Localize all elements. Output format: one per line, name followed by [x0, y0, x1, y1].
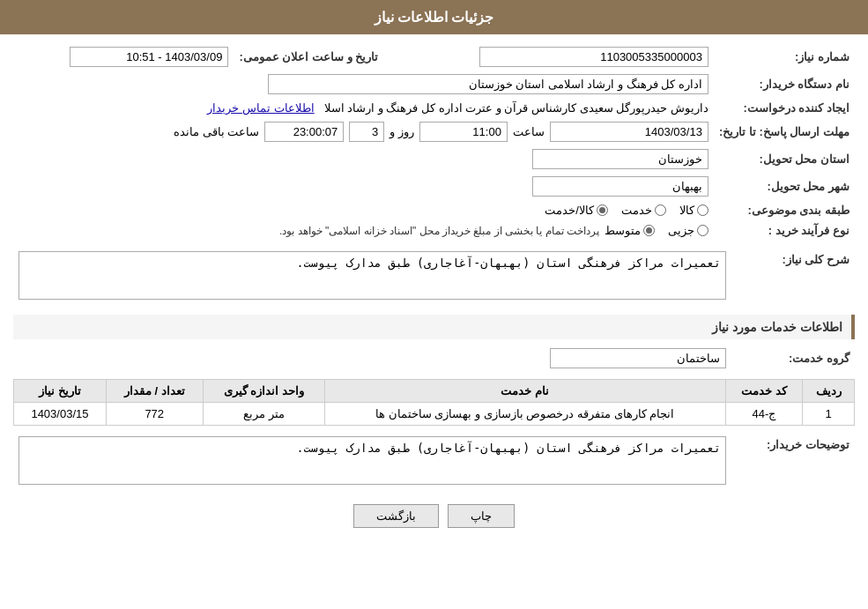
cell-kod: ج-44: [725, 403, 803, 426]
col-tedad: تعداد / مقدار: [106, 380, 203, 403]
cell-tarikh: 1403/03/15: [14, 403, 107, 426]
tawzih-table: توضیحات خریدار:: [13, 433, 855, 491]
tabaqe-radio-group: کالا خدمت کالا/خدمت: [19, 204, 708, 217]
noe-note: پرداخت تمام یا بخشی از مبلغ خریداز محل "…: [279, 225, 599, 237]
print-button[interactable]: چاپ: [448, 504, 515, 528]
radio-mota[interactable]: متوسط: [605, 224, 655, 237]
tawzih-textarea[interactable]: [19, 436, 726, 485]
contact-link[interactable]: اطلاعات تماس خریدار: [207, 101, 314, 115]
khadamat-section-title: اطلاعات خدمات مورد نیاز: [13, 315, 855, 339]
radio-jozi-circle: [697, 225, 708, 236]
services-table: ردیف کد خدمت نام خدمت واحد اندازه گیری ت…: [13, 379, 855, 426]
mohlat-roz-box: 3: [349, 122, 384, 142]
row-shahr: شهر محل تحویل: بهبهان: [13, 173, 855, 200]
page-title: جزئیات اطلاعات نیاز: [375, 10, 494, 25]
mohlat-roz-label: روز و: [389, 125, 414, 138]
ijad-value: داریوش حیدرپورگل سعیدی کارشناس قرآن و عت…: [13, 98, 714, 118]
mohlat-remaining-box: 23:00:07: [264, 122, 344, 142]
table-header-row: ردیف کد خدمت نام خدمت واحد اندازه گیری ت…: [14, 380, 855, 403]
row-dastgah: نام دستگاه خریدار: اداره کل فرهنگ و ارشا…: [13, 71, 855, 98]
mohlat-date-box: 1403/03/13: [550, 122, 708, 142]
col-kod: کد خدمت: [725, 380, 803, 403]
radio-jozi-label: جزیی: [668, 224, 694, 237]
ostan-value: خوزستان: [13, 145, 714, 173]
row-ostan: استان محل تحویل: خوزستان: [13, 145, 855, 173]
radio-khedmat[interactable]: خدمت: [621, 204, 666, 217]
tabaqe-label: طبقه بندی موضوعی:: [714, 200, 855, 220]
radio-kala-label: کالا: [679, 204, 694, 217]
cell-nam: انجام کارهای متفرقه درخصوص بازسازی و بهس…: [324, 403, 725, 426]
shahr-label: شهر محل تحویل:: [714, 173, 855, 200]
tabaqe-value: کالا خدمت کالا/خدمت: [13, 200, 714, 220]
noe-label: نوع فرآیند خرید :: [714, 220, 855, 241]
row-grooh: گروه خدمت: ساختمان: [13, 345, 855, 372]
grooh-table: گروه خدمت: ساختمان: [13, 345, 855, 372]
radio-kala-khedmat-label: کالا/خدمت: [545, 204, 594, 217]
main-content: شماره نیاز: 1103005335000003 تاریخ و ساع…: [0, 34, 868, 550]
grooh-label: گروه خدمت:: [731, 345, 855, 372]
col-vahed: واحد اندازه گیری: [203, 380, 324, 403]
col-radif: ردیف: [803, 380, 855, 403]
back-button[interactable]: بازگشت: [353, 504, 439, 528]
noe-row: جزیی متوسط پرداخت تمام یا بخشی از مبلغ خ…: [19, 224, 708, 237]
tawzih-value: [13, 433, 731, 491]
mohlat-label: مهلت ارسال پاسخ: تا تاریخ:: [714, 118, 855, 145]
tawzih-label: توضیحات خریدار:: [731, 433, 855, 491]
col-tarikh: تاریخ نیاز: [14, 380, 107, 403]
table-row: 1 ج-44 انجام کارهای متفرقه درخصوص بازساز…: [14, 403, 855, 426]
sharh-label: شرح کلی نیاز:: [731, 248, 855, 306]
mohlat-value: 1403/03/13 ساعت 11:00 روز و 3 23:00:07 س…: [13, 118, 714, 145]
taarikh-box: 1403/03/09 - 10:51: [70, 47, 228, 67]
radio-jozi[interactable]: جزیی: [668, 224, 708, 237]
row-noe-farayand: نوع فرآیند خرید : جزیی متوسط: [13, 220, 855, 241]
mohlat-time-label: ساعت: [513, 125, 545, 138]
radio-khedmat-label: خدمت: [621, 204, 652, 217]
row-tabaqe: طبقه بندی موضوعی: کالا خدمت: [13, 200, 855, 220]
grooh-value: ساختمان: [13, 345, 731, 372]
cell-tedad: 772: [106, 403, 203, 426]
col-nam: نام خدمت: [324, 380, 725, 403]
ijad-label: ایجاد کننده درخواست:: [714, 98, 855, 118]
row-ijad: ایجاد کننده درخواست: داریوش حیدرپورگل سع…: [13, 98, 855, 118]
sharh-value: [13, 248, 731, 306]
radio-kala-khedmat-circle: [597, 204, 608, 216]
radio-kala-khedmat[interactable]: کالا/خدمت: [545, 204, 608, 217]
radio-mota-label: متوسط: [605, 224, 641, 237]
shomare-niaz-value: 1103005335000003: [401, 43, 714, 71]
noe-radio-group: جزیی متوسط: [605, 224, 708, 237]
page-header: جزئیات اطلاعات نیاز: [0, 0, 868, 34]
ostan-label: استان محل تحویل:: [714, 145, 855, 173]
buttons-row: چاپ بازگشت: [13, 504, 855, 528]
row-mohlat: مهلت ارسال پاسخ: تا تاریخ: 1403/03/13 سا…: [13, 118, 855, 145]
radio-mota-circle: [643, 225, 655, 236]
mohlat-time-box: 11:00: [419, 122, 508, 142]
cell-vahed: متر مربع: [203, 403, 324, 426]
sharh-table: شرح کلی نیاز:: [13, 248, 855, 306]
sharh-textarea[interactable]: [19, 251, 726, 300]
mohlat-remaining-label: ساعت باقی مانده: [174, 125, 259, 138]
shomare-niaz-box: 1103005335000003: [479, 47, 708, 67]
ostan-box: خوزستان: [532, 149, 708, 169]
sharh-container: [19, 251, 726, 302]
grooh-box: ساختمان: [550, 348, 726, 368]
ijad-text: داریوش حیدرپورگل سعیدی کارشناس قرآن و عت…: [324, 101, 708, 115]
shahr-box: بهبهان: [532, 176, 708, 197]
radio-kala-circle: [697, 204, 708, 216]
radio-kala[interactable]: کالا: [679, 204, 708, 217]
info-table: شماره نیاز: 1103005335000003 تاریخ و ساع…: [13, 43, 855, 241]
row-shomare: شماره نیاز: 1103005335000003 تاریخ و ساع…: [13, 43, 855, 71]
noe-value: جزیی متوسط پرداخت تمام یا بخشی از مبلغ خ…: [13, 220, 714, 241]
shomare-niaz-label: شماره نیاز:: [714, 43, 855, 71]
taarikh-value: 1403/03/09 - 10:51: [13, 43, 234, 71]
radio-khedmat-circle: [655, 204, 666, 216]
mohlat-row: 1403/03/13 ساعت 11:00 روز و 3 23:00:07 س…: [19, 122, 708, 142]
taarikh-label: تاریخ و ساعت اعلان عمومی:: [234, 43, 383, 71]
shahr-value: بهبهان: [13, 173, 714, 200]
row-sharh: شرح کلی نیاز:: [13, 248, 855, 306]
dastgah-label: نام دستگاه خریدار:: [714, 71, 855, 98]
row-tawzih: توضیحات خریدار:: [13, 433, 855, 491]
cell-radif: 1: [803, 403, 855, 426]
page-container: جزئیات اطلاعات نیاز شماره نیاز: 11030053…: [0, 0, 868, 609]
dastgah-box: اداره کل فرهنگ و ارشاد اسلامی استان خوزس…: [268, 74, 708, 94]
dastgah-value: اداره کل فرهنگ و ارشاد اسلامی استان خوزس…: [13, 71, 714, 98]
